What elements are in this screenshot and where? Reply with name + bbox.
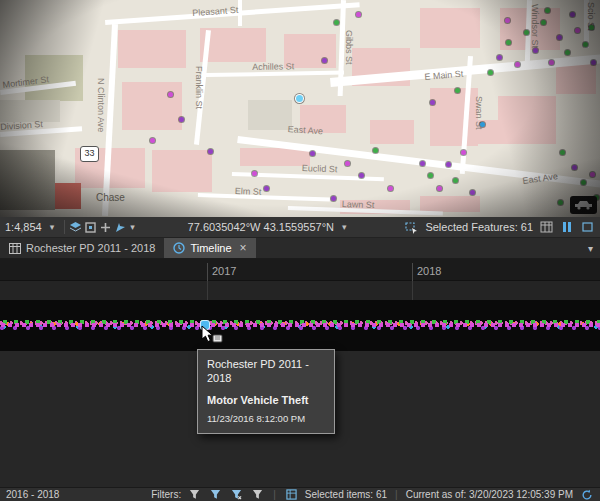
map-point[interactable] [446, 162, 451, 167]
snap-tool-icon[interactable] [83, 220, 98, 235]
tab-rochester-pd[interactable]: Rochester PD 2011 - 2018 [0, 238, 164, 258]
map-point[interactable] [589, 25, 594, 30]
map-point[interactable] [331, 196, 336, 201]
current-as-of-label: Current as of: 3/20/2023 12:05:39 PM [406, 489, 573, 500]
timeline-tooltip: Rochester PD 2011 - 2018 Motor Vehicle T… [197, 349, 335, 434]
overflow-icon[interactable] [580, 220, 595, 235]
caret-down-icon[interactable]: ▾ [48, 222, 57, 232]
map-building [248, 100, 292, 130]
map-point[interactable] [208, 149, 213, 154]
map-point[interactable] [545, 8, 550, 13]
timeline-axis-header[interactable]: 2017 2018 [0, 259, 600, 281]
pause-icon[interactable] [560, 222, 574, 232]
map-point[interactable] [583, 42, 588, 47]
map-point[interactable] [497, 55, 502, 60]
map-point[interactable] [359, 173, 364, 178]
map-point[interactable] [252, 171, 257, 176]
map-point[interactable] [453, 178, 458, 183]
map-point[interactable] [179, 117, 184, 122]
chevron-down-icon[interactable]: ▾ [581, 238, 600, 258]
street-label: Gibbs St [344, 30, 354, 65]
map-scale-value: 1:4,854 [5, 221, 42, 233]
street-label: Windsor St [530, 4, 540, 48]
map-point[interactable] [533, 48, 538, 53]
close-icon[interactable]: × [240, 241, 247, 255]
view-tab-bar: Rochester PD 2011 - 2018 Timeline × ▾ [0, 238, 600, 259]
map-point[interactable] [322, 58, 327, 63]
map-point[interactable] [488, 70, 493, 75]
table-icon [9, 243, 21, 254]
map-building [498, 96, 556, 144]
map-point[interactable] [549, 60, 554, 65]
map-point[interactable] [515, 62, 520, 67]
timeline-event-strip[interactable] [0, 318, 600, 332]
map-point[interactable] [388, 186, 393, 191]
map-building [118, 30, 186, 68]
selection-icon[interactable] [404, 220, 419, 235]
map-point[interactable] [150, 138, 155, 143]
map-point[interactable] [575, 28, 580, 33]
map-point[interactable] [565, 50, 570, 55]
map-point[interactable] [506, 40, 511, 45]
map-point[interactable] [430, 100, 435, 105]
street-label: East Ave [287, 124, 323, 136]
map-point[interactable] [560, 150, 565, 155]
map-point[interactable] [524, 30, 529, 35]
selected-items-group: Selected items: 61 [278, 487, 393, 501]
separator: | [271, 489, 278, 500]
map-point[interactable] [591, 60, 596, 65]
arcgis-window: Pleasant St Gibbs St Achilles St E Main … [0, 0, 600, 501]
filter-icon[interactable] [187, 487, 202, 501]
filter-selection-icon[interactable] [229, 487, 244, 501]
map-point[interactable] [455, 88, 460, 93]
coordinates-value: 77.6035042°W 43.1559557°N [188, 221, 334, 233]
map-point[interactable] [570, 12, 575, 17]
map-point[interactable] [557, 35, 562, 40]
map-point[interactable] [264, 186, 269, 191]
timeline-track[interactable] [0, 300, 600, 351]
caret-down-icon[interactable]: ▾ [340, 222, 349, 232]
map-point[interactable] [470, 190, 475, 195]
map-status-bar: 1:4,854 ▾ ▾ 77.6035042°W 43.1559557°N ▾ … [0, 217, 600, 238]
map-point[interactable] [373, 148, 378, 153]
tooltip-timestamp: 11/23/2016 8:12:00 PM [207, 413, 325, 425]
map-point[interactable] [428, 173, 433, 178]
map-point[interactable] [310, 151, 315, 156]
map-point[interactable] [558, 200, 563, 205]
timeline-subband[interactable] [0, 281, 600, 300]
refresh-icon[interactable] [579, 487, 594, 501]
map-point[interactable] [480, 122, 485, 127]
street-label: N Clinton Ave [96, 78, 106, 132]
map-point[interactable] [296, 95, 303, 102]
map-point[interactable] [581, 180, 586, 185]
add-tool-icon[interactable] [98, 220, 113, 235]
time-range-label: 2016 - 2018 [6, 489, 59, 500]
year-label: 2018 [417, 265, 441, 277]
map-point[interactable] [420, 161, 425, 166]
filter-clear-icon[interactable] [250, 487, 265, 501]
map-point[interactable] [572, 165, 577, 170]
caret-down-icon[interactable]: ▾ [128, 222, 137, 232]
map-point[interactable] [461, 150, 466, 155]
map-point[interactable] [505, 18, 510, 23]
layers-tool-icon[interactable] [68, 220, 83, 235]
navigate-tool-icon[interactable] [113, 220, 128, 235]
map-building [55, 183, 81, 209]
filter-time-icon[interactable] [208, 487, 223, 501]
map-point[interactable] [437, 186, 442, 191]
map-point[interactable] [345, 161, 350, 166]
map-point[interactable] [541, 20, 546, 25]
tab-timeline[interactable]: Timeline × [164, 238, 255, 258]
map-point[interactable] [334, 20, 339, 25]
table-icon[interactable] [539, 220, 554, 235]
year-gridline [412, 281, 413, 300]
map-point[interactable] [590, 172, 595, 177]
map-building [122, 82, 182, 130]
map-view[interactable]: Pleasant St Gibbs St Achilles St E Main … [0, 0, 600, 217]
coordinates-control[interactable]: 77.6035042°W 43.1559557°N ▾ [183, 221, 354, 233]
map-scale-control[interactable]: 1:4,854 ▾ [0, 221, 61, 233]
vehicle-icon[interactable] [570, 196, 597, 214]
selected-items-icon[interactable] [284, 487, 299, 501]
map-point[interactable] [168, 92, 173, 97]
map-point[interactable] [356, 12, 361, 17]
